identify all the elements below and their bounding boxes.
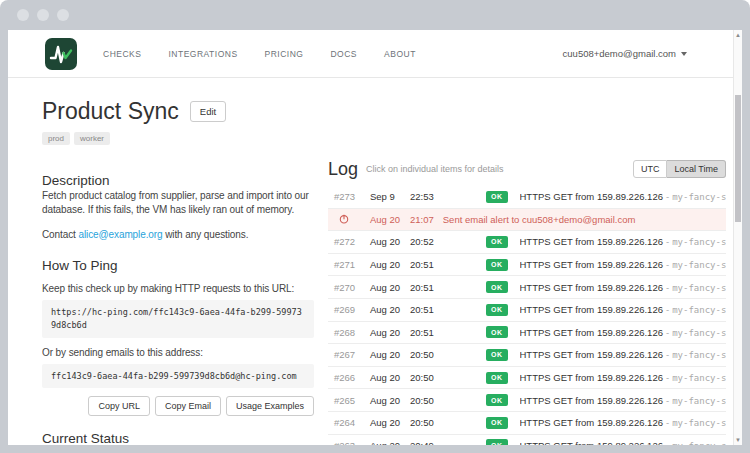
window-control-dot[interactable] [37,9,49,21]
how-to-ping-heading: How To Ping [42,258,314,274]
log-row-separator: - [666,282,669,293]
log-row-message-text: HTTPS GET from 159.89.226.126 [520,282,663,293]
log-row-number: #273 [334,191,370,202]
log-row[interactable]: #269Aug 2020:51OKHTTPS GET from 159.89.2… [328,299,726,322]
log-row-date: Aug 20 [370,259,410,270]
tags-row: prodworker [42,132,226,145]
log-row[interactable]: #265Aug 2020:50OKHTTPS GET from 159.89.2… [328,389,726,412]
tag-badge: prod [42,132,70,145]
log-row-date: Aug 20 [370,327,410,338]
ok-badge: OK [486,439,508,445]
log-row-time: 21:07 [410,214,434,225]
nav-link-about[interactable]: ABOUT [384,49,416,59]
edit-button[interactable]: Edit [190,101,226,122]
current-status-heading: Current Status [42,431,314,445]
log-row-check-slug: my-fancy-sy… [672,350,726,360]
log-row-check-slug: my-fancy-sy… [672,418,726,428]
nav-link-integrations[interactable]: INTEGRATIONS [168,49,237,59]
log-hint: Click on individual items for details [366,164,633,174]
log-row-check-slug: my-fancy-sy… [672,305,726,315]
account-menu[interactable]: cuu508+demo@gmail.com [563,48,687,59]
log-row-time: 20:50 [410,417,456,428]
log-row-separator: - [666,236,669,247]
log-header: Log Click on individual items for detail… [328,158,726,180]
chevron-down-icon [681,52,687,56]
log-row-time: 20:52 [410,236,456,247]
log-row[interactable]: #273Sep 922:53OKHTTPS GET from 159.89.22… [328,186,726,209]
log-row-time: 22:53 [410,191,456,202]
copy-url-button[interactable]: Copy URL [88,396,150,416]
copy-email-button[interactable]: Copy Email [155,396,221,416]
log-row[interactable]: #263Aug 2020:49OKHTTPS GET from 159.89.2… [328,435,726,445]
scrollbar-down-arrow-icon[interactable]: ▼ [734,435,742,445]
log-row-check-slug: my-fancy-sy… [672,283,726,293]
browser-window-frame: CHECKSINTEGRATIONSPRICINGDOCSABOUT cuu50… [0,0,750,453]
healthchecks-logo-icon[interactable] [45,38,77,70]
log-row-number: #268 [334,327,370,338]
log-row-number: #264 [334,417,370,428]
log-row[interactable]: #268Aug 2020:51OKHTTPS GET from 159.89.2… [328,322,726,345]
log-heading: Log [328,159,358,180]
log-row-date: Aug 20 [370,214,410,225]
tz-button-local-time[interactable]: Local Time [667,160,726,178]
log-row-number: #267 [334,349,370,360]
scrollbar-up-arrow-icon[interactable]: ▲ [734,30,742,40]
nav-link-pricing[interactable]: PRICING [265,49,304,59]
log-row-message-text: HTTPS GET from 159.89.226.126 [520,259,663,270]
log-row-number: #263 [334,440,370,445]
scrollbar-thumb[interactable] [735,95,741,222]
log-row-message-text: HTTPS GET from 159.89.226.126 [520,304,663,315]
log-row[interactable]: #271Aug 2020:51OKHTTPS GET from 159.89.2… [328,254,726,277]
tz-toggle: UTCLocal Time [633,160,726,178]
left-column: Description Fetch product catalog from s… [42,173,314,445]
log-row-check-slug: my-fancy-sy… [672,373,726,383]
nav-link-checks[interactable]: CHECKS [103,49,141,59]
log-row-check-slug: my-fancy-sy… [672,192,726,202]
window-control-dot[interactable] [57,9,69,21]
ok-badge: OK [486,417,508,429]
tz-button-utc[interactable]: UTC [633,160,668,178]
log-row-check-slug: my-fancy-sy… [672,237,726,247]
log-row-message: HTTPS GET from 159.89.226.126-my-fancy-s… [520,349,727,360]
usage-examples-button[interactable]: Usage Examples [226,396,314,416]
log-row-message-text: HTTPS GET from 159.89.226.126 [520,349,663,360]
ok-badge: OK [486,394,508,406]
log-row[interactable]: #272Aug 2020:52OKHTTPS GET from 159.89.2… [328,231,726,254]
log-row-message-text: Sent email alert to cuu508+demo@gmail.co… [443,214,636,225]
log-row-separator: - [666,191,669,202]
log-row[interactable]: #267Aug 2020:50OKHTTPS GET from 159.89.2… [328,344,726,367]
window-controls [17,9,69,21]
page: CHECKSINTEGRATIONSPRICINGDOCSABOUT cuu50… [8,30,742,445]
log-row-message-text: HTTPS GET from 159.89.226.126 [520,440,663,445]
window-control-dot[interactable] [17,9,29,21]
log-row-separator: - [666,327,669,338]
log-row-date: Aug 20 [370,395,410,406]
log-row-time: 20:51 [410,327,456,338]
email-ping-label: Or by sending emails to this address: [42,346,314,360]
log-row-number: #266 [334,372,370,383]
log-row[interactable]: #270Aug 2020:51OKHTTPS GET from 159.89.2… [328,276,726,299]
log-row-date: Aug 20 [370,440,410,445]
log-row[interactable]: #266Aug 2020:50OKHTTPS GET from 159.89.2… [328,367,726,390]
log-row-message-text: HTTPS GET from 159.89.226.126 [520,327,663,338]
log-row-time: 20:49 [410,440,456,445]
contact-email-link[interactable]: alice@example.org [78,229,162,240]
alert-icon [334,214,370,224]
http-ping-label: Keep this check up by making HTTP reques… [42,282,314,296]
log-row[interactable]: #264Aug 2020:50OKHTTPS GET from 159.89.2… [328,412,726,435]
nav-link-docs[interactable]: DOCS [330,49,357,59]
log-row[interactable]: Aug 2021:07Sent email alert to cuu508+de… [328,209,726,232]
log-row-separator: - [666,440,669,445]
log-row-separator: - [666,259,669,270]
log-row-message: HTTPS GET from 159.89.226.126-my-fancy-s… [520,395,727,406]
log-row-message: HTTPS GET from 159.89.226.126-my-fancy-s… [520,372,727,383]
log-row-separator: - [666,349,669,360]
log-row-number: #270 [334,282,370,293]
log-row-number: #269 [334,304,370,315]
log-row-date: Aug 20 [370,304,410,315]
scrollbar[interactable]: ▲ ▼ [733,30,742,445]
log-row-message: HTTPS GET from 159.89.226.126-my-fancy-s… [520,236,727,247]
ok-badge: OK [486,281,508,293]
ok-badge: OK [486,236,508,248]
log-row-message-text: HTTPS GET from 159.89.226.126 [520,372,663,383]
